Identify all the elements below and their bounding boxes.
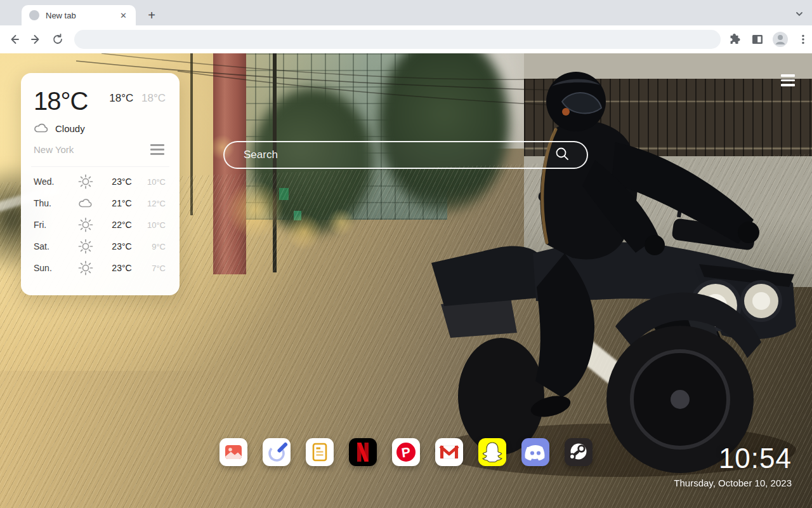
- weather-menu-icon[interactable]: [149, 143, 166, 156]
- sun-icon: [77, 217, 94, 233]
- tab-favicon: [29, 10, 39, 20]
- forecast-low: 10°C: [147, 220, 166, 230]
- forward-button[interactable]: [26, 29, 46, 50]
- current-condition: Cloudy: [55, 123, 85, 134]
- dock-icon-snapchat[interactable]: [478, 438, 506, 466]
- tab-search-chevron-icon[interactable]: [794, 9, 804, 22]
- dock-icon-notes[interactable]: [306, 438, 334, 466]
- forecast-day: Fri.: [34, 220, 69, 230]
- clock-date: Thursday, October 10, 2023: [674, 478, 792, 488]
- back-button[interactable]: [4, 29, 24, 50]
- sun-icon: [77, 173, 94, 190]
- new-tab-button[interactable]: +: [143, 7, 160, 23]
- app-dock: P: [219, 438, 593, 466]
- forecast-low: 7°C: [152, 264, 166, 273]
- notes-icon: [306, 438, 334, 466]
- current-temperature: 18°C: [34, 87, 88, 116]
- image-icon: [219, 438, 247, 466]
- clock-widget: 10:54 Thursday, October 10, 2023: [674, 444, 792, 488]
- divider: [31, 166, 169, 167]
- forecast-high: 23°C: [112, 241, 131, 251]
- forecast-day: Wed.: [34, 177, 69, 187]
- forecast-low: 12°C: [147, 199, 166, 208]
- search-input[interactable]: [225, 149, 555, 161]
- lens-flare: [285, 213, 322, 250]
- extensions-icon[interactable]: [726, 30, 743, 48]
- address-bar[interactable]: [74, 30, 721, 49]
- cloud-icon: [34, 122, 49, 135]
- forecast-low: 9°C: [152, 242, 166, 251]
- forecast-row: Fri. 22°C 10°C: [34, 214, 166, 236]
- tab-new-tab[interactable]: New tab ✕: [22, 5, 136, 25]
- forecast-row: Wed. 23°C 10°C: [34, 171, 166, 192]
- dock-icon-wallpaper[interactable]: [219, 438, 247, 466]
- today-low-temp: 18°C: [141, 92, 166, 104]
- forecast-row: Thu. 21°C 12°C: [34, 192, 166, 214]
- snapchat-ghost-icon: [478, 438, 506, 466]
- sun-icon: [77, 260, 94, 276]
- profile-avatar[interactable]: [771, 30, 789, 48]
- tab-title: New tab: [46, 11, 117, 20]
- compose-icon: [263, 438, 291, 466]
- tab-strip: New tab ✕ +: [0, 0, 812, 25]
- forecast-day: Thu.: [34, 198, 69, 208]
- search-bar[interactable]: [223, 141, 588, 169]
- reload-button[interactable]: [48, 29, 69, 50]
- weather-city: New York: [34, 144, 74, 155]
- lens-flare: [226, 180, 284, 239]
- search-icon[interactable]: [555, 147, 569, 163]
- toolbar-right-icons: [726, 30, 812, 48]
- dock-icon-netflix[interactable]: [349, 438, 377, 466]
- pinterest-icon: P: [392, 438, 420, 466]
- forecast-day: Sun.: [34, 263, 69, 273]
- weather-widget[interactable]: 18°C 18°C 18°C Cloudy New York Wed. 23°C…: [21, 73, 180, 295]
- side-panel-icon[interactable]: [749, 30, 766, 48]
- cloud-icon: [77, 195, 94, 211]
- browser-window: New tab ✕ +: [0, 0, 812, 508]
- page-menu-icon[interactable]: [779, 72, 797, 88]
- tab-close-icon[interactable]: ✕: [117, 10, 129, 22]
- sun-icon: [77, 238, 94, 255]
- clock-time: 10:54: [674, 444, 792, 472]
- forecast-high: 23°C: [112, 263, 131, 273]
- dock-icon-gmail[interactable]: [435, 438, 463, 466]
- forecast-row: Sun. 23°C 7°C: [34, 257, 166, 279]
- forecast-high: 22°C: [112, 220, 131, 230]
- gmail-icon: [435, 438, 463, 466]
- lens-flare: [327, 208, 355, 236]
- dock-icon-steam[interactable]: [565, 438, 593, 466]
- discord-icon: [521, 438, 549, 466]
- forecast-row: Sat. 23°C 9°C: [34, 236, 166, 257]
- browser-toolbar: [0, 25, 812, 53]
- forecast-low: 10°C: [147, 177, 166, 187]
- today-high-temp: 18°C: [109, 92, 133, 104]
- forecast-high: 23°C: [112, 177, 131, 187]
- forecast-day: Sat.: [34, 241, 69, 251]
- dock-icon-compose[interactable]: [263, 438, 291, 466]
- forecast-high: 21°C: [112, 198, 131, 208]
- netflix-n-icon: [349, 438, 377, 466]
- browser-menu-icon[interactable]: [794, 30, 812, 48]
- dock-icon-pinterest[interactable]: P: [392, 438, 420, 466]
- dock-icon-discord[interactable]: [521, 438, 549, 466]
- steam-icon: [565, 438, 593, 466]
